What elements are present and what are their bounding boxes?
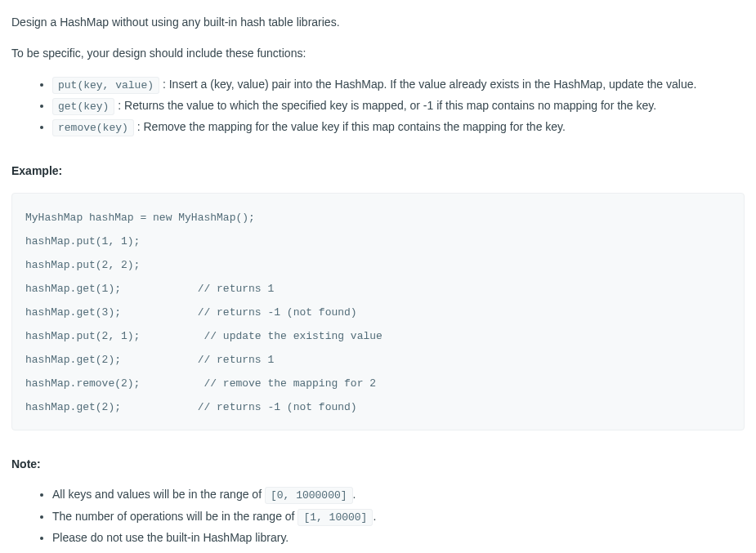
intro-line-2: To be specific, your design should inclu… (11, 44, 745, 64)
example-code-block: MyHashMap hashMap = new MyHashMap(); has… (11, 193, 745, 430)
note-code: [0, 1000000] (265, 487, 353, 504)
function-code: get(key) (52, 98, 114, 115)
note-prefix: The number of operations will be in the … (52, 510, 297, 523)
note-prefix: Please do not use the built-in HashMap l… (52, 531, 289, 544)
note-suffix: . (353, 488, 356, 501)
note-list: All keys and values will be in the range… (11, 485, 745, 547)
note-suffix: . (373, 510, 376, 523)
function-code: remove(key) (52, 119, 134, 136)
list-item: put(key, value) : Insert a (key, value) … (52, 75, 745, 95)
note-prefix: All keys and values will be in the range… (52, 488, 265, 501)
function-desc: : Insert a (key, value) pair into the Ha… (159, 78, 696, 91)
list-item: remove(key) : Remove the mapping for the… (52, 118, 745, 137)
functions-list: put(key, value) : Insert a (key, value) … (11, 75, 745, 137)
function-desc: : Remove the mapping for the value key i… (134, 120, 566, 133)
list-item: The number of operations will be in the … (52, 507, 745, 527)
intro-line-1: Design a HashMap without using any built… (11, 13, 745, 33)
note-heading: Note: (11, 455, 745, 475)
list-item: All keys and values will be in the range… (52, 485, 745, 505)
note-code: [1, 10000] (297, 509, 373, 526)
example-code: MyHashMap hashMap = new MyHashMap(); has… (25, 212, 382, 413)
function-desc: : Returns the value to which the specifi… (114, 99, 656, 112)
function-code: put(key, value) (52, 77, 159, 94)
example-heading: Example: (11, 162, 745, 181)
list-item: get(key) : Returns the value to which th… (52, 96, 745, 116)
list-item: Please do not use the built-in HashMap l… (52, 528, 745, 548)
